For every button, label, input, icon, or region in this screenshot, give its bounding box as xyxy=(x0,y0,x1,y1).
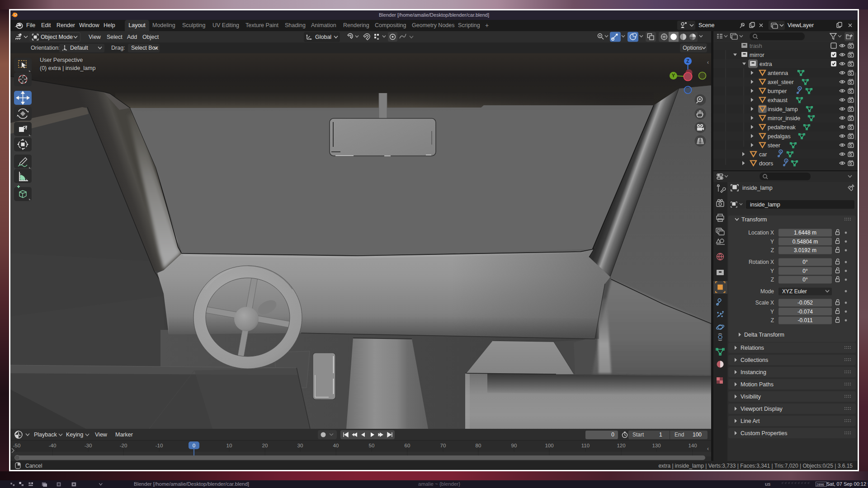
svg-text:Delta Transform: Delta Transform xyxy=(744,332,784,338)
svg-text:0°: 0° xyxy=(802,259,808,265)
svg-text:-50: -50 xyxy=(13,443,21,448)
svg-text:Z: Z xyxy=(771,247,774,253)
svg-text:XYZ Euler: XYZ Euler xyxy=(782,288,807,295)
svg-text:Mode: Mode xyxy=(760,288,774,295)
svg-text:-0.074: -0.074 xyxy=(797,309,813,315)
svg-text:antenna: antenna xyxy=(768,70,788,76)
svg-text:0°: 0° xyxy=(802,268,808,274)
svg-text:-0.011: -0.011 xyxy=(797,317,812,324)
svg-text:20: 20 xyxy=(262,443,268,448)
svg-text:1.6448 m: 1.6448 m xyxy=(794,230,816,236)
svg-text:0°: 0° xyxy=(802,277,808,283)
svg-text:mirror: mirror xyxy=(750,52,764,58)
svg-text:inside_lamp: inside_lamp xyxy=(750,202,780,208)
svg-text:Z: Z xyxy=(771,277,774,283)
svg-text:30: 30 xyxy=(297,443,303,448)
svg-text:120: 120 xyxy=(617,443,625,448)
svg-text:Motion Paths: Motion Paths xyxy=(741,381,774,388)
svg-text:extra: extra xyxy=(760,61,772,67)
svg-text:-10: -10 xyxy=(156,443,163,448)
svg-text:Y: Y xyxy=(770,309,774,315)
svg-text:0.54804 m: 0.54804 m xyxy=(793,239,818,245)
svg-text:90: 90 xyxy=(511,443,517,448)
svg-text:pedalgas: pedalgas xyxy=(768,133,791,140)
svg-text:Y: Y xyxy=(770,239,774,245)
svg-text:pedalbreak: pedalbreak xyxy=(768,124,796,131)
svg-text:Line Art: Line Art xyxy=(741,418,760,424)
svg-text:10: 10 xyxy=(226,443,232,448)
svg-text:car: car xyxy=(759,151,767,158)
svg-text:-0.052: -0.052 xyxy=(797,300,813,306)
svg-text:steer: steer xyxy=(768,142,780,149)
svg-text:60: 60 xyxy=(405,443,410,448)
svg-text:trash: trash xyxy=(750,43,762,49)
svg-text:140: 140 xyxy=(688,443,697,448)
svg-text:Y: Y xyxy=(770,268,774,274)
svg-text:Rotation X: Rotation X xyxy=(749,259,774,265)
svg-text:Z: Z xyxy=(771,317,774,324)
svg-text:Transform: Transform xyxy=(741,216,767,223)
svg-text:mirror_inside: mirror_inside xyxy=(768,115,800,122)
svg-text:50: 50 xyxy=(369,443,375,448)
svg-text:0: 0 xyxy=(193,443,195,448)
svg-text:100: 100 xyxy=(545,443,553,448)
svg-text:-30: -30 xyxy=(85,443,92,448)
svg-text:Z: Z xyxy=(686,58,689,64)
svg-text:Location X: Location X xyxy=(748,230,774,236)
svg-text:doors: doors xyxy=(759,160,773,167)
svg-text:axel_steer: axel_steer xyxy=(768,79,794,85)
svg-text:Y: Y xyxy=(672,73,675,78)
svg-text:110: 110 xyxy=(581,443,590,448)
svg-text:40: 40 xyxy=(333,443,339,448)
svg-text:Relations: Relations xyxy=(741,345,764,351)
svg-text:Viewport Display: Viewport Display xyxy=(741,406,783,412)
svg-text:3.0192 m: 3.0192 m xyxy=(794,247,816,253)
svg-text:-40: -40 xyxy=(49,443,57,448)
svg-text:bumper: bumper xyxy=(768,88,787,94)
svg-text:80: 80 xyxy=(476,443,481,448)
svg-text:inside_lamp: inside_lamp xyxy=(768,106,798,113)
svg-text:-20: -20 xyxy=(120,443,127,448)
svg-text:exhaust: exhaust xyxy=(768,97,788,103)
svg-text:Visibility: Visibility xyxy=(741,394,761,400)
svg-text:70: 70 xyxy=(440,443,446,448)
svg-text:Scale X: Scale X xyxy=(755,300,774,306)
svg-text:Custom Properties: Custom Properties xyxy=(741,430,788,436)
svg-text:inside_lamp: inside_lamp xyxy=(742,185,773,191)
svg-text:Instancing: Instancing xyxy=(741,369,766,375)
svg-text:130: 130 xyxy=(652,443,660,448)
svg-text:Collections: Collections xyxy=(741,357,768,363)
